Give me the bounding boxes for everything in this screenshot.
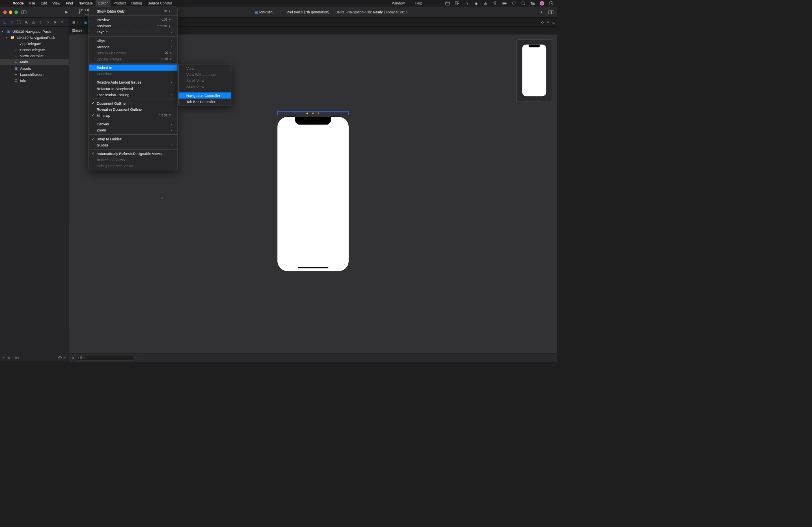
file-row[interactable]: ☰Info (0, 77, 69, 84)
menu-file[interactable]: File (26, 0, 38, 6)
debug-navigator-icon[interactable]: ⚡︎ (46, 20, 50, 24)
minimize-button[interactable] (9, 11, 12, 14)
issue-navigator-icon[interactable]: ⚠︎ (31, 20, 36, 24)
menu-item[interactable]: Refactor to Storyboard… (89, 86, 177, 92)
siri-icon[interactable] (540, 1, 544, 6)
library-button[interactable]: ＋ (539, 9, 544, 15)
exit-icon[interactable]: ◑ (317, 112, 320, 114)
scheme-selector[interactable]: ▣ionPush 〉 📱 iPod touch (7th generation) (255, 10, 329, 15)
menu-source-control[interactable]: Source Control (145, 0, 175, 6)
file-row[interactable]: ▦Assets (0, 65, 69, 71)
menu-item[interactable]: Resolve Auto Layout Issues› (89, 80, 177, 86)
menu-item[interactable]: Guides› (89, 142, 177, 148)
navigator-filter-input[interactable] (12, 356, 57, 360)
menu-item[interactable]: ✓Snap to Guides (89, 136, 177, 142)
project-navigator-icon[interactable] (2, 20, 6, 24)
file-row[interactable]: ✦LaunchScreen (0, 71, 69, 77)
back-button[interactable]: ‹ (78, 20, 79, 24)
fullscreen-button[interactable] (15, 11, 18, 14)
menu-item[interactable]: Arrange› (89, 44, 177, 50)
menu-view[interactable]: View (50, 0, 63, 6)
menu-product[interactable]: Product (110, 0, 128, 6)
first-responder-icon[interactable]: ▣ (312, 112, 315, 114)
close-button[interactable] (3, 11, 6, 14)
calendar-icon[interactable] (445, 1, 450, 6)
file-row-selected[interactable]: ✦Main (0, 59, 69, 65)
minimap[interactable] (516, 39, 552, 101)
run-button[interactable] (63, 9, 69, 15)
menu-edit[interactable]: Edit (38, 0, 50, 6)
svg-point-17 (79, 12, 80, 13)
menu-window[interactable]: Window (389, 0, 407, 6)
submenu-item[interactable]: Navigation Controller (179, 92, 231, 99)
breakpoint-navigator-icon[interactable]: ➤ (53, 20, 57, 24)
project-folder[interactable]: ▾📁UIKit10-NavigationPush (0, 34, 69, 41)
menu-item[interactable]: Embed In› (89, 65, 177, 71)
svg-point-11 (531, 2, 532, 3)
forward-button[interactable]: › (80, 20, 81, 24)
menu-debug[interactable]: Debug (129, 0, 145, 6)
diamond-icon[interactable]: ◇ (464, 1, 469, 6)
scene-dock[interactable]: ◉ ▣ ◑ (277, 111, 349, 115)
menu-editor[interactable]: Editor (95, 0, 110, 6)
menu-item[interactable]: ✓Minimap⌃⇧⌘ M (89, 112, 177, 118)
submenu-item[interactable]: Tab Bar Controller (179, 99, 231, 105)
target-device[interactable]: iPod touch (7th generation) (286, 10, 330, 14)
menu-item[interactable]: Zoom› (89, 127, 177, 133)
file-row[interactable]: ⬩AppDelegate (0, 41, 69, 47)
device-preview[interactable]: ◉ ▣ ◑ (277, 117, 349, 271)
adjust-editor-icon[interactable]: ≡ (547, 20, 549, 24)
split-editor-icon[interactable]: ▭ (552, 20, 555, 24)
menu-item[interactable]: Canvas› (89, 121, 177, 127)
record-icon[interactable]: ◉ (473, 1, 478, 6)
source-control-navigator-icon[interactable]: ⎌ (9, 20, 14, 24)
clock-icon[interactable] (549, 1, 553, 6)
crumb[interactable]: (Base) (72, 29, 82, 33)
menu-item: Update Frames⌥⌘ = (89, 56, 177, 62)
macos-menubar: Xcode File Edit View Find Navigate Edito… (0, 0, 557, 6)
find-navigator-icon[interactable]: 🔍︎ (24, 20, 28, 24)
svg-rect-14 (22, 11, 26, 14)
project-root[interactable]: ▾▣UIKit10-NavigationPush (0, 28, 69, 34)
doc-outline-icon[interactable]: ⊞ (71, 19, 76, 25)
menu-item[interactable]: Align› (89, 38, 177, 44)
sidebar-left-icon[interactable] (21, 9, 27, 15)
menu-item[interactable]: Preview⌥⌘ ↩︎ (89, 17, 177, 23)
menu-item[interactable]: ✓Automatically Refresh Designable Views (89, 151, 177, 157)
minimap-device (522, 45, 546, 97)
menu-find[interactable]: Find (63, 0, 76, 6)
menu-item[interactable]: Show Editor Only⌘ ↩︎ (89, 8, 177, 14)
menu-help[interactable]: Help (412, 0, 425, 6)
file-row[interactable]: ⬩ViewController (0, 53, 69, 59)
menu-item[interactable]: Layout› (89, 29, 177, 35)
add-icon[interactable]: ＋ (2, 355, 5, 360)
menu-navigate[interactable]: Navigate (76, 0, 95, 6)
battery-icon[interactable] (502, 1, 507, 6)
refresh-icon[interactable]: ⟲ (541, 20, 544, 24)
airdrop-icon[interactable]: ◎ (483, 1, 488, 6)
menu-item[interactable]: Reveal in Document Outline (89, 106, 177, 112)
symbol-navigator-icon[interactable]: ⛶ (17, 20, 21, 24)
control-center-icon[interactable] (530, 1, 535, 6)
rectangles-icon[interactable] (455, 1, 460, 6)
sidebar-right-icon[interactable] (548, 9, 554, 15)
test-navigator-icon[interactable]: ◇ (39, 20, 43, 24)
svg-rect-1 (455, 2, 457, 5)
scm-filter-icon[interactable]: ▭ (63, 356, 67, 360)
svg-point-8 (522, 2, 524, 4)
menu-item[interactable]: Assistant⌃⌥⌘ ↩︎ (89, 23, 177, 29)
search-icon[interactable] (521, 1, 526, 6)
file-row[interactable]: ⬩SceneDelegate (0, 47, 69, 53)
filter-scope-icon[interactable]: ⊜ (7, 356, 10, 360)
view-controller-icon[interactable]: ◉ (306, 112, 309, 114)
filter-icon[interactable]: ⊜ (71, 356, 74, 360)
report-navigator-icon[interactable]: ≡ (60, 20, 65, 24)
svg-rect-3 (457, 4, 459, 5)
bluetooth-icon[interactable] (492, 1, 497, 6)
menubar-app[interactable]: Xcode (10, 0, 26, 6)
menu-item[interactable]: ✓Document Outline (89, 100, 177, 106)
wifi-icon[interactable] (511, 1, 516, 6)
outline-filter-input[interactable] (76, 355, 135, 361)
menu-item[interactable]: Localization Locking› (89, 92, 177, 98)
recent-icon[interactable]: 🕘︎ (58, 356, 62, 360)
